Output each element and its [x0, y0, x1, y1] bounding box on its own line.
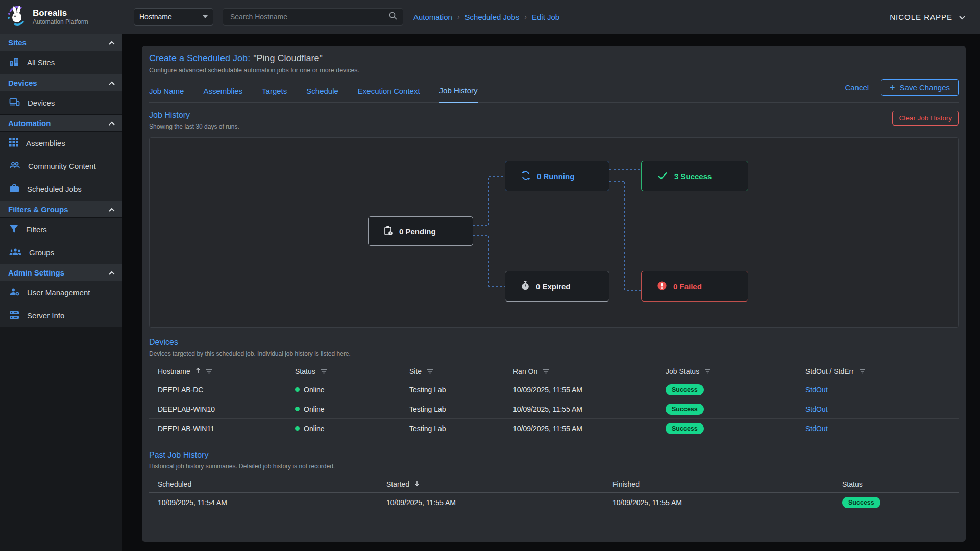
- node-success-label: 3 Success: [674, 172, 712, 181]
- status-badge: Success: [666, 384, 704, 395]
- column-header-status[interactable]: Status: [286, 367, 401, 375]
- sidebar-item-scheduled-jobs[interactable]: Scheduled Jobs: [0, 178, 122, 201]
- section-label: Filters & Groups: [8, 205, 68, 214]
- sidebar-item-server-info[interactable]: Server Info: [0, 304, 122, 327]
- column-header-status[interactable]: Status: [834, 480, 959, 488]
- tab-assemblies[interactable]: Assemblies: [203, 82, 242, 102]
- past-job-history-subtitle: Historical job history summaries. Detail…: [149, 463, 959, 470]
- sidebar-item-community-content[interactable]: Community Content: [0, 155, 122, 178]
- cancel-button[interactable]: Cancel: [845, 83, 869, 92]
- sidebar-item-filters[interactable]: Filters: [0, 218, 122, 241]
- main-content: Create a Scheduled Job:"Ping Cloudflare"…: [122, 34, 980, 551]
- sidebar-section-sites[interactable]: Sites: [0, 34, 122, 51]
- user-menu[interactable]: NICOLE RAPPE: [890, 13, 966, 21]
- cell-site: Testing Lab: [401, 386, 504, 394]
- column-label: Site: [409, 367, 422, 375]
- tab-execution-context[interactable]: Execution Context: [358, 82, 420, 102]
- devices-subtitle: Devices targeted by this scheduled job. …: [149, 350, 959, 357]
- job-status-flow-diagram: 0 Pending 0 Running: [149, 137, 959, 328]
- section-label: Admin Settings: [8, 268, 64, 277]
- briefcase-icon: [9, 184, 19, 194]
- cell-status: Success: [834, 497, 959, 508]
- status-badge: Success: [666, 404, 704, 415]
- sidebar-item-groups[interactable]: Groups: [0, 241, 122, 264]
- filter-icon[interactable]: [206, 367, 212, 375]
- tab-job-history[interactable]: Job History: [439, 81, 478, 103]
- people-icon: [9, 161, 20, 171]
- chevron-up-icon: [108, 268, 115, 277]
- editor-actions: Cancel + Save Changes: [845, 79, 959, 102]
- column-header-finished[interactable]: Finished: [604, 480, 834, 488]
- stdout-link[interactable]: StdOut: [805, 405, 828, 413]
- node-success[interactable]: 3 Success: [641, 161, 748, 191]
- sidebar-item-all-sites[interactable]: All Sites: [0, 51, 122, 74]
- tab-schedule[interactable]: Schedule: [306, 82, 338, 102]
- column-header-job-status[interactable]: Job Status: [657, 367, 797, 375]
- group-icon: [9, 248, 21, 257]
- hostname-select-value: Hostname: [139, 13, 172, 21]
- column-header-hostname[interactable]: Hostname: [149, 367, 286, 375]
- online-status-dot: [295, 407, 300, 411]
- node-pending-label: 0 Pending: [399, 227, 436, 236]
- job-history-title: Job History: [149, 111, 239, 120]
- clear-job-history-button[interactable]: Clear Job History: [892, 111, 959, 126]
- scheduled-job-editor-card: Create a Scheduled Job:"Ping Cloudflare"…: [142, 46, 966, 542]
- node-failed-label: 0 Failed: [673, 282, 702, 291]
- sidebar-item-user-management[interactable]: User Management: [0, 281, 122, 304]
- section-label: Automation: [8, 119, 51, 128]
- node-expired[interactable]: 0 Expired: [505, 271, 609, 302]
- sidebar-section-admin-settings[interactable]: Admin Settings: [0, 264, 122, 281]
- sidebar-item-label: Filters: [26, 225, 47, 234]
- node-failed[interactable]: 0 Failed: [641, 271, 748, 302]
- cell-hostname: DEEPLAB-WIN10: [149, 405, 286, 413]
- edge-running-failed: [609, 181, 641, 290]
- stdout-link[interactable]: StdOut: [805, 424, 828, 433]
- column-header-scheduled[interactable]: Scheduled: [149, 480, 378, 488]
- tab-job-name[interactable]: Job Name: [149, 82, 184, 102]
- filter-icon[interactable]: [427, 367, 433, 375]
- devices-section: Devices Devices targeted by this schedul…: [149, 338, 959, 438]
- breadcrumb-scheduled-jobs[interactable]: Scheduled Jobs: [465, 13, 520, 21]
- table-row: DEEPLAB-DC Online Testing Lab 10/09/2025…: [149, 380, 959, 399]
- sort-desc-icon: [414, 480, 420, 488]
- breadcrumb: Automation › Scheduled Jobs › Edit Job: [413, 13, 559, 21]
- sidebar-item-assemblies[interactable]: Assemblies: [0, 132, 122, 155]
- tab-targets[interactable]: Targets: [262, 82, 287, 102]
- filter-icon[interactable]: [321, 367, 327, 375]
- hostname-filter-select[interactable]: Hostname: [134, 8, 213, 26]
- breadcrumb-separator: ›: [524, 13, 527, 21]
- table-row: 10/09/2025, 11:54 AM 10/09/2025, 11:55 A…: [149, 493, 959, 512]
- stdout-link[interactable]: StdOut: [805, 386, 828, 394]
- node-expired-label: 0 Expired: [536, 282, 571, 291]
- filter-icon[interactable]: [704, 367, 711, 375]
- search-input[interactable]: [229, 12, 388, 21]
- edge-pending-expired: [473, 236, 505, 286]
- chevron-down-icon: [959, 13, 966, 21]
- filter-icon[interactable]: [859, 367, 866, 375]
- sidebar: Borealis Automation Platform Sites All S…: [0, 0, 122, 551]
- column-header-stdout-stderr[interactable]: StdOut / StdErr: [797, 367, 959, 375]
- filter-icon[interactable]: [543, 367, 549, 375]
- column-header-started[interactable]: Started: [378, 480, 604, 488]
- funnel-icon: [9, 224, 18, 235]
- cell-job-status: Success: [657, 423, 797, 434]
- devices-table-header: Hostname Status Site: [149, 363, 959, 380]
- sidebar-section-automation[interactable]: Automation: [0, 114, 122, 132]
- building-icon: [9, 57, 19, 68]
- column-header-site[interactable]: Site: [401, 367, 504, 375]
- sidebar-section-devices[interactable]: Devices: [0, 74, 122, 91]
- save-changes-button[interactable]: + Save Changes: [881, 79, 959, 96]
- node-pending[interactable]: 0 Pending: [368, 216, 473, 246]
- sidebar-section-filters-groups[interactable]: Filters & Groups: [0, 201, 122, 218]
- breadcrumb-edit-job[interactable]: Edit Job: [532, 13, 559, 21]
- cell-ran-on: 10/09/2025, 11:55 AM: [504, 405, 657, 413]
- cell-job-status: Success: [657, 404, 797, 415]
- edge-pending-running: [473, 176, 505, 226]
- node-running[interactable]: 0 Running: [505, 161, 609, 191]
- breadcrumb-separator: ›: [457, 13, 460, 21]
- column-header-ran-on[interactable]: Ran On: [504, 367, 657, 375]
- section-label: Sites: [8, 38, 27, 47]
- sidebar-item-devices[interactable]: Devices: [0, 91, 122, 114]
- cell-site: Testing Lab: [401, 405, 504, 413]
- breadcrumb-automation[interactable]: Automation: [413, 13, 452, 21]
